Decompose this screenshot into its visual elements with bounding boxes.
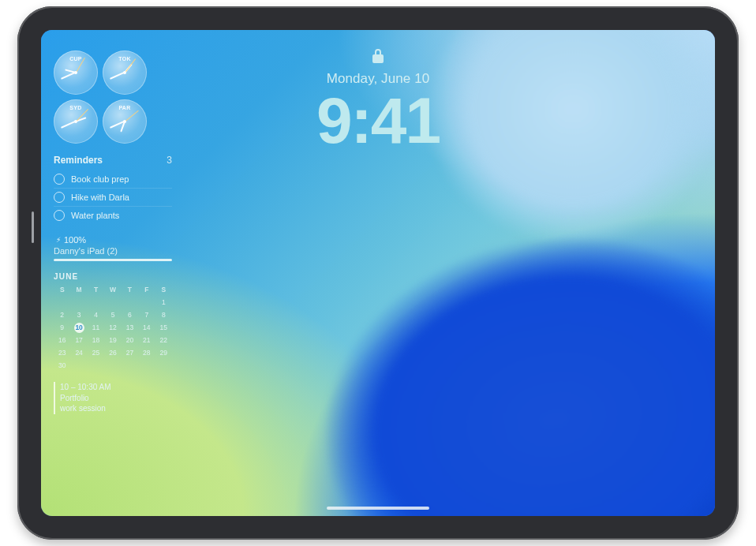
calendar-day[interactable]: 9	[54, 322, 70, 333]
clock-label: TOK	[103, 56, 147, 62]
calendar-day[interactable]: 17	[70, 335, 87, 346]
calendar-day	[88, 360, 104, 371]
reminder-label: Water plants	[71, 211, 119, 220]
calendar-day	[122, 360, 138, 371]
battery-bar	[54, 259, 172, 261]
calendar-dow: T	[88, 284, 104, 295]
calendar-dow: S	[155, 284, 172, 295]
calendar-month: JUNE	[54, 272, 172, 281]
calendar-day[interactable]: 11	[88, 322, 104, 333]
calendar-day[interactable]: 2	[54, 309, 70, 320]
calendar-day	[104, 297, 121, 308]
calendar-dow: M	[70, 284, 87, 295]
calendar-dow: W	[104, 284, 121, 295]
clock-label: SYD	[54, 105, 98, 110]
calendar-dow: T	[122, 284, 138, 295]
calendar-day[interactable]: 28	[138, 347, 155, 358]
calendar-day[interactable]: 22	[155, 335, 172, 346]
calendar-day[interactable]: 30	[54, 360, 70, 371]
battery-percent: 100%	[64, 235, 86, 245]
calendar-day	[70, 297, 87, 308]
calendar-day[interactable]: 15	[155, 322, 172, 333]
event-time: 10 – 10:30 AM	[60, 382, 172, 393]
calendar-day[interactable]: 13	[122, 322, 138, 333]
clock-syd: SYD	[54, 99, 98, 144]
reminders-widget[interactable]: Reminders 3 Book club prepHike with Darl…	[54, 155, 172, 224]
calendar-day[interactable]: 7	[138, 309, 155, 320]
clock-label: PAR	[103, 105, 147, 110]
event-title-line2: work session	[60, 403, 172, 414]
event-title-line1: Portfolio	[60, 393, 172, 404]
clock-label: CUP	[54, 56, 98, 62]
clock-par: PAR	[103, 99, 147, 144]
calendar-day[interactable]: 1	[155, 297, 172, 308]
reminder-radio[interactable]	[54, 192, 65, 203]
calendar-day[interactable]: 5	[104, 309, 121, 320]
calendar-dow: F	[138, 284, 155, 295]
upcoming-event-widget[interactable]: 10 – 10:30 AM Portfolio work session	[54, 382, 172, 414]
reminder-radio[interactable]	[54, 174, 65, 185]
calendar-day[interactable]: 4	[88, 309, 104, 320]
calendar-day[interactable]: 10	[70, 322, 87, 333]
device-side-button	[32, 211, 34, 243]
calendar-day[interactable]: 3	[70, 309, 87, 320]
clock-cup: CUP	[54, 50, 98, 95]
reminder-label: Hike with Darla	[71, 193, 129, 202]
calendar-day[interactable]: 25	[88, 347, 104, 358]
calendar-day[interactable]: 24	[70, 347, 87, 358]
calendar-day	[122, 297, 138, 308]
world-clock-widget[interactable]: CUPTOKSYDPAR	[54, 50, 172, 144]
ipad-frame: Monday, June 10 9:41 CUPTOKSYDPAR Remind…	[17, 6, 739, 540]
reminder-label: Book club prep	[71, 174, 129, 184]
calendar-day[interactable]: 16	[54, 335, 70, 346]
battery-widget[interactable]: ⚡︎ 100% Danny's iPad (2)	[54, 235, 172, 261]
calendar-day[interactable]: 23	[54, 347, 70, 358]
calendar-day[interactable]: 8	[155, 309, 172, 320]
calendar-day[interactable]: 20	[122, 335, 138, 346]
battery-bar-fill	[54, 259, 172, 261]
widget-column: CUPTOKSYDPAR Reminders 3 Book club prepH…	[54, 50, 172, 425]
calendar-day[interactable]: 6	[122, 309, 138, 320]
calendar-day	[155, 360, 172, 371]
charging-icon: ⚡︎	[56, 236, 61, 244]
calendar-dow: S	[54, 284, 70, 295]
calendar-day[interactable]: 29	[155, 347, 172, 358]
calendar-day[interactable]: 12	[104, 322, 121, 333]
calendar-day	[138, 297, 155, 308]
reminders-title: Reminders	[54, 155, 103, 166]
calendar-day[interactable]: 18	[88, 335, 104, 346]
clock-tok: TOK	[103, 50, 147, 95]
home-indicator[interactable]	[327, 507, 429, 510]
calendar-widget[interactable]: JUNE SMTWTFS1234567891011121314151617181…	[54, 272, 172, 371]
calendar-day[interactable]: 21	[138, 335, 155, 346]
calendar-day	[88, 297, 104, 308]
reminders-count: 3	[167, 155, 172, 166]
screen[interactable]: Monday, June 10 9:41 CUPTOKSYDPAR Remind…	[41, 30, 715, 516]
reminder-radio[interactable]	[54, 210, 65, 221]
calendar-day[interactable]: 26	[104, 347, 121, 358]
calendar-day	[70, 360, 87, 371]
calendar-day[interactable]: 27	[122, 347, 138, 358]
battery-device-name: Danny's iPad (2)	[54, 246, 172, 256]
reminder-item[interactable]: Hike with Darla	[54, 188, 172, 206]
calendar-day	[138, 360, 155, 371]
calendar-day[interactable]: 19	[104, 335, 121, 346]
calendar-day	[104, 360, 121, 371]
calendar-day[interactable]: 14	[138, 322, 155, 333]
reminder-item[interactable]: Water plants	[54, 206, 172, 224]
calendar-day	[54, 297, 70, 308]
reminder-item[interactable]: Book club prep	[54, 170, 172, 188]
